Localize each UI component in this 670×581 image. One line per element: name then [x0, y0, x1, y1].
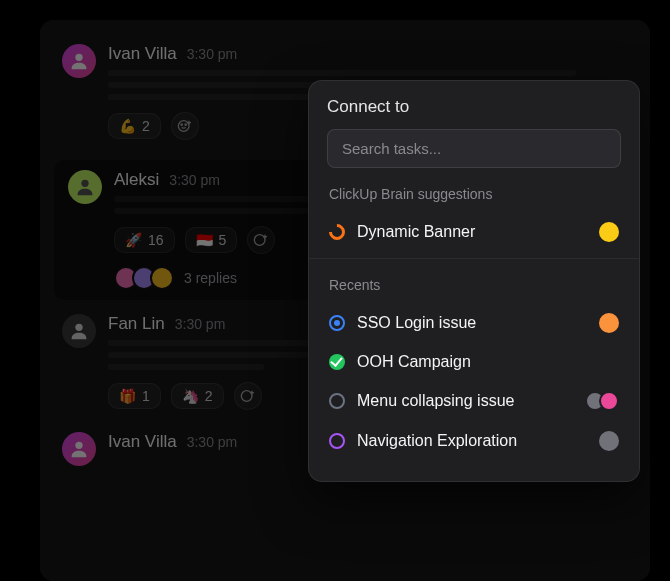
svg-point-4 — [81, 180, 88, 187]
reaction-pill[interactable]: 🦄 2 — [171, 383, 224, 409]
avatar — [599, 222, 619, 242]
rocket-icon: 🚀 — [125, 232, 142, 248]
section-label-recents: Recents — [329, 277, 621, 293]
task-item[interactable]: OOH Campaign — [327, 343, 621, 381]
reaction-pill[interactable]: 🎁 1 — [108, 383, 161, 409]
message-time: 3:30 pm — [169, 172, 220, 188]
author-name: Ivan Villa — [108, 44, 177, 64]
task-item[interactable]: Dynamic Banner — [327, 212, 621, 252]
avatar[interactable] — [62, 44, 96, 78]
avatar[interactable] — [62, 432, 96, 466]
reaction-count: 2 — [205, 388, 213, 404]
status-inprogress-icon — [326, 221, 349, 244]
message-time: 3:30 pm — [187, 434, 238, 450]
section-label-suggestions: ClickUp Brain suggestions — [329, 186, 621, 202]
reaction-count: 1 — [142, 388, 150, 404]
task-name: OOH Campaign — [357, 353, 619, 371]
author-name: Ivan Villa — [108, 432, 177, 452]
connect-to-popover: Connect to ClickUp Brain suggestions Dyn… — [308, 80, 640, 482]
reaction-count: 5 — [219, 232, 227, 248]
avatar — [599, 313, 619, 333]
divider — [309, 258, 639, 259]
task-item[interactable]: Navigation Exploration — [327, 421, 621, 461]
status-done-icon — [329, 354, 345, 370]
svg-point-0 — [75, 54, 82, 61]
person-icon — [68, 320, 90, 342]
svg-point-2 — [181, 124, 182, 125]
person-icon — [68, 438, 90, 460]
bicep-icon: 💪 — [119, 118, 136, 134]
status-open-icon — [329, 315, 345, 331]
status-open-icon — [329, 433, 345, 449]
add-reaction-icon — [177, 118, 193, 134]
person-icon — [68, 50, 90, 72]
reaction-count: 2 — [142, 118, 150, 134]
task-item[interactable]: SSO Login issue — [327, 303, 621, 343]
avatar — [150, 266, 174, 290]
avatar[interactable] — [68, 170, 102, 204]
reaction-count: 16 — [148, 232, 164, 248]
replies-count: 3 replies — [184, 270, 237, 286]
svg-point-3 — [185, 124, 186, 125]
author-name: Aleksi — [114, 170, 159, 190]
person-icon — [74, 176, 96, 198]
avatar-stack — [114, 266, 174, 290]
popover-title: Connect to — [327, 97, 621, 117]
avatar-stack — [585, 391, 619, 411]
task-name: Menu collapsing issue — [357, 392, 573, 410]
unicorn-icon: 🦄 — [182, 388, 199, 404]
add-reaction-icon — [253, 232, 269, 248]
status-todo-icon — [329, 393, 345, 409]
add-reaction-button[interactable] — [247, 226, 275, 254]
reaction-pill[interactable]: 💪 2 — [108, 113, 161, 139]
gift-icon: 🎁 — [119, 388, 136, 404]
reaction-pill[interactable]: 🇮🇩 5 — [185, 227, 238, 253]
flag-icon: 🇮🇩 — [196, 232, 213, 248]
avatar — [599, 431, 619, 451]
reaction-pill[interactable]: 🚀 16 — [114, 227, 175, 253]
avatar — [599, 391, 619, 411]
search-input[interactable] — [327, 129, 621, 168]
task-name: Dynamic Banner — [357, 223, 587, 241]
task-name: Navigation Exploration — [357, 432, 587, 450]
avatar[interactable] — [62, 314, 96, 348]
message-time: 3:30 pm — [175, 316, 226, 332]
add-reaction-button[interactable] — [234, 382, 262, 410]
add-reaction-button[interactable] — [171, 112, 199, 140]
svg-point-6 — [75, 324, 82, 331]
author-name: Fan Lin — [108, 314, 165, 334]
add-reaction-icon — [240, 388, 256, 404]
task-name: SSO Login issue — [357, 314, 587, 332]
task-item[interactable]: Menu collapsing issue — [327, 381, 621, 421]
svg-point-8 — [75, 442, 82, 449]
message-time: 3:30 pm — [187, 46, 238, 62]
